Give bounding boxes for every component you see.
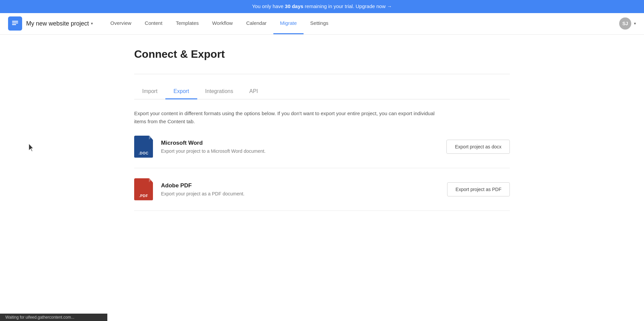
main-content: Connect & Export Import Export Integrati… — [121, 35, 523, 211]
pdf-export-name: Adobe PDF — [161, 182, 447, 189]
user-avatar[interactable]: SJ — [619, 17, 631, 30]
doc-corner-word — [149, 136, 153, 140]
word-icon: .DOC — [134, 136, 153, 158]
svg-rect-2 — [12, 24, 16, 25]
nav-settings[interactable]: Settings — [304, 13, 335, 34]
nav-templates[interactable]: Templates — [169, 13, 205, 34]
word-export-info: Microsoft Word Export your project to a … — [161, 140, 446, 154]
title-divider — [134, 74, 510, 74]
nav-right: SJ ▾ — [619, 17, 636, 30]
nav-overview[interactable]: Overview — [104, 13, 138, 34]
main-nav: Overview Content Templates Workflow Cale… — [104, 13, 619, 34]
trial-arrow[interactable]: → — [387, 3, 392, 9]
nav-calendar[interactable]: Calendar — [239, 13, 273, 34]
pdf-icon: .PDF — [134, 178, 153, 200]
export-item-pdf: .PDF Adobe PDF Export your project as a … — [134, 168, 510, 211]
export-description: Export your content in different formats… — [134, 109, 436, 126]
word-export-name: Microsoft Word — [161, 140, 446, 146]
export-word-button[interactable]: Export project as docx — [446, 140, 510, 154]
trial-days: 30 days — [285, 3, 303, 9]
cursor — [29, 144, 35, 152]
word-ext-label: .DOC — [139, 151, 149, 155]
export-pdf-button[interactable]: Export project as PDF — [447, 182, 510, 196]
pdf-export-info: Adobe PDF Export your project as a PDF d… — [161, 182, 447, 196]
tab-import[interactable]: Import — [134, 84, 165, 99]
trial-text-before: You only have — [252, 3, 285, 9]
tab-export[interactable]: Export — [165, 84, 197, 99]
export-item-word: .DOC Microsoft Word Export your project … — [134, 126, 510, 168]
project-name[interactable]: My new website project ▾ — [26, 20, 93, 27]
tab-integrations[interactable]: Integrations — [197, 84, 241, 99]
project-dropdown-chevron: ▾ — [91, 21, 93, 26]
page-title: Connect & Export — [134, 48, 510, 60]
user-menu-chevron[interactable]: ▾ — [634, 21, 636, 26]
pdf-export-desc: Export your project as a PDF document. — [161, 191, 447, 196]
svg-rect-1 — [12, 22, 18, 24]
doc-corner-pdf — [149, 178, 153, 182]
nav-workflow[interactable]: Workflow — [206, 13, 239, 34]
tab-api[interactable]: API — [241, 84, 266, 99]
svg-rect-0 — [12, 21, 18, 22]
word-export-desc: Export your project to a Microsoft Word … — [161, 148, 446, 154]
trial-text-after: remaining in your trial. Upgrade now — [303, 3, 385, 9]
trial-banner: You only have 30 days remaining in your … — [0, 0, 644, 13]
pdf-ext-label: .PDF — [139, 194, 148, 198]
app-logo[interactable] — [8, 16, 22, 31]
header: My new website project ▾ Overview Conten… — [0, 13, 644, 35]
tab-bar: Import Export Integrations API — [134, 84, 510, 99]
nav-content[interactable]: Content — [138, 13, 169, 34]
nav-migrate[interactable]: Migrate — [273, 13, 304, 34]
